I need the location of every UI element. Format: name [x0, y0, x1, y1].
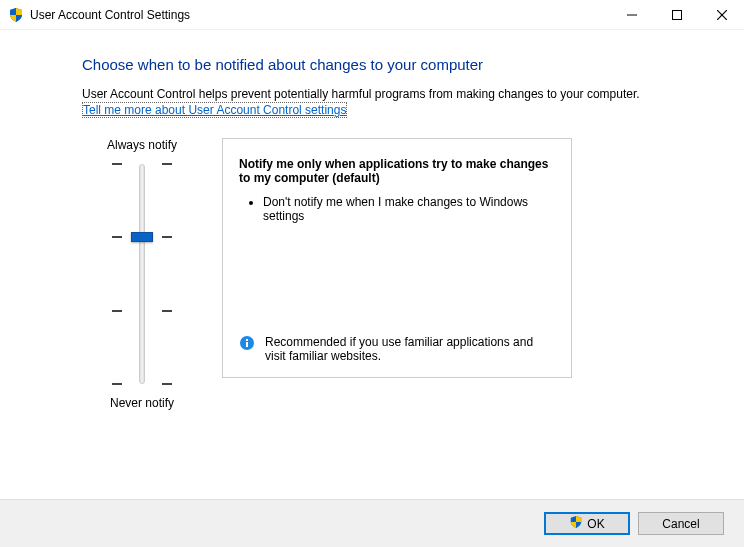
- svg-rect-5: [246, 342, 248, 347]
- maximize-button[interactable]: [654, 0, 699, 30]
- cancel-button[interactable]: Cancel: [638, 512, 724, 535]
- learn-more-link[interactable]: Tell me more about User Account Control …: [82, 102, 347, 118]
- notification-slider: Always notify Never notify: [82, 138, 202, 410]
- shield-icon: [569, 515, 583, 532]
- level-recommendation: Recommended if you use familiar applicat…: [239, 335, 555, 363]
- shield-icon: [8, 7, 24, 23]
- level-bullet: Don't notify me when I make changes to W…: [263, 195, 555, 223]
- page-description: User Account Control helps prevent poten…: [82, 87, 714, 101]
- ok-label: OK: [587, 517, 604, 531]
- svg-rect-1: [672, 10, 681, 19]
- content-area: Choose when to be notified about changes…: [0, 30, 744, 410]
- dialog-footer: OK Cancel: [0, 499, 744, 547]
- window-title: User Account Control Settings: [30, 8, 190, 22]
- page-heading: Choose when to be notified about changes…: [82, 56, 714, 73]
- close-button[interactable]: [699, 0, 744, 30]
- slider-bottom-label: Never notify: [110, 396, 174, 410]
- level-bullets: Don't notify me when I make changes to W…: [249, 195, 555, 227]
- slider-track[interactable]: [112, 164, 172, 384]
- minimize-button[interactable]: [609, 0, 654, 30]
- cancel-label: Cancel: [662, 517, 699, 531]
- title-bar: User Account Control Settings: [0, 0, 744, 30]
- recommendation-text: Recommended if you use familiar applicat…: [265, 335, 555, 363]
- level-title: Notify me only when applications try to …: [239, 157, 555, 185]
- slider-top-label: Always notify: [107, 138, 177, 152]
- info-icon: [239, 335, 255, 354]
- svg-rect-6: [246, 339, 248, 341]
- slider-thumb[interactable]: [131, 232, 153, 242]
- ok-button[interactable]: OK: [544, 512, 630, 535]
- level-info-panel: Notify me only when applications try to …: [222, 138, 572, 378]
